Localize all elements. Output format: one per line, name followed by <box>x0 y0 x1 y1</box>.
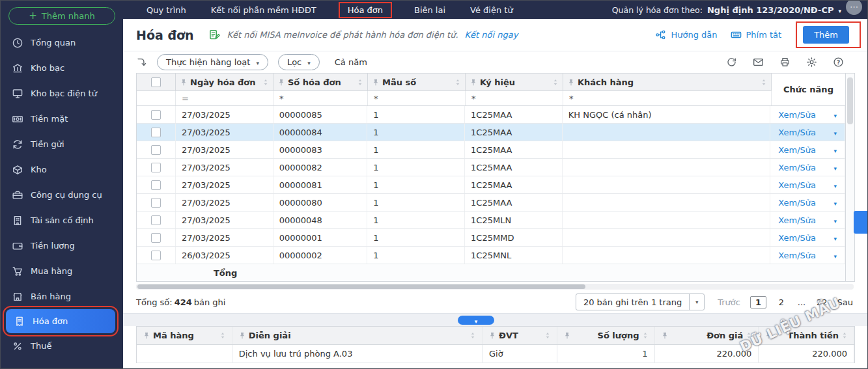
sidebar-item-mua-hang[interactable]: Mua hàng <box>1 258 123 284</box>
row-checkbox[interactable] <box>151 145 161 155</box>
view-edit-link[interactable]: Xem/Sửa <box>778 198 816 208</box>
row-checkbox[interactable] <box>151 128 161 137</box>
filter-dropdown[interactable]: Lọc <box>278 54 320 70</box>
detail-row[interactable]: Dịch vụ lưu trú phòng A.03Giờ1220.000220… <box>137 345 854 363</box>
view-edit-link[interactable]: Xem/Sửa <box>778 251 816 260</box>
sort-icon[interactable] <box>545 332 550 339</box>
sidebar-item-ban-hang[interactable]: Bán hàng <box>1 284 123 309</box>
filter-cell-invoice-number[interactable]: * <box>273 91 368 105</box>
mail-icon[interactable] <box>753 57 764 68</box>
more-options-button[interactable] <box>846 0 862 15</box>
help-icon[interactable]: ? <box>833 57 844 68</box>
dropdown-caret-icon[interactable] <box>833 110 837 120</box>
dropdown-caret-icon[interactable] <box>833 145 837 155</box>
detail-column-quantity[interactable]: Số lượng <box>557 327 655 344</box>
dropdown-caret-icon[interactable] <box>833 251 837 260</box>
sidebar-item-cong-cu-dung-cu[interactable]: Công cụ dụng cụ <box>1 182 123 208</box>
detail-column-description[interactable]: Diễn giải <box>232 327 483 344</box>
row-checkbox[interactable] <box>151 215 161 225</box>
row-checkbox[interactable] <box>151 180 161 190</box>
detail-column-unit-price[interactable]: Đơn giá <box>655 327 759 344</box>
invoice-row[interactable]: 27/03/20250000008411C25MAAXem/Sửa <box>137 124 845 141</box>
topnav-tab-ket-noi-phan-mem-hddt[interactable]: Kết nối phần mềm HĐĐT <box>210 3 318 17</box>
connect-now-link[interactable]: Kết nối ngay <box>465 30 518 40</box>
row-checkbox[interactable] <box>151 163 161 172</box>
sort-icon[interactable] <box>357 79 363 86</box>
side-panel-tab[interactable] <box>854 211 867 234</box>
sort-icon[interactable] <box>455 79 460 86</box>
detail-column-amount[interactable]: Thành tiền <box>759 327 854 344</box>
column-header-customer[interactable]: Khách hàng <box>563 74 772 90</box>
detail-column-unit[interactable]: ĐVT <box>483 327 557 344</box>
invoice-management-selector[interactable]: Quản lý hóa đơn theo: Nghị định 123/2020… <box>612 5 841 15</box>
topnav-tab-ve-dien-tu[interactable]: Vé điện tử <box>469 3 514 17</box>
filter-cell-customer[interactable]: * <box>563 91 772 105</box>
row-checkbox[interactable] <box>151 198 161 208</box>
sort-icon[interactable] <box>643 332 648 339</box>
prev-page-button[interactable]: Trước <box>718 297 740 307</box>
topnav-tab-quy-trinh[interactable]: Quy trình <box>145 3 188 17</box>
refresh-icon[interactable] <box>726 57 737 68</box>
shortcut-link[interactable]: Phím tắt <box>731 29 782 40</box>
dropdown-caret-icon[interactable] <box>833 215 837 225</box>
sidebar-item-tong-quan[interactable]: Tổng quan <box>1 30 123 55</box>
page-size-select[interactable]: 20 bản ghi trên 1 trang <box>576 294 705 310</box>
row-checkbox[interactable] <box>151 233 161 243</box>
column-header-serial[interactable]: Ký hiệu <box>466 74 563 90</box>
quick-add-button[interactable]: Thêm nhanh <box>8 7 115 25</box>
invoice-row[interactable]: 26/03/20250000000211C25MNLXem/Sửa <box>137 247 845 264</box>
sort-icon[interactable] <box>761 79 766 86</box>
detail-column-item-code[interactable]: Mã hàng <box>137 327 232 344</box>
page-22[interactable]: 22 <box>817 297 828 307</box>
sidebar-item-kho-bac[interactable]: Kho bạc <box>1 55 123 81</box>
dropdown-caret-icon[interactable] <box>833 163 837 172</box>
vertical-scrollbar[interactable] <box>846 73 855 282</box>
dropdown-caret-icon[interactable] <box>833 180 837 190</box>
invoice-row[interactable]: 27/03/20250000008311C25MAAXem/Sửa <box>137 141 845 159</box>
column-header-invoice-number[interactable]: Số hóa đơn <box>273 74 368 90</box>
sidebar-item-thue[interactable]: Thuế <box>1 333 123 359</box>
view-edit-link[interactable]: Xem/Sửa <box>778 180 816 190</box>
collapse-detail-button[interactable] <box>458 316 494 325</box>
filter-cell-serial[interactable]: * <box>466 91 563 105</box>
sidebar-item-tien-gui[interactable]: Tiền gửi <box>1 131 123 157</box>
dropdown-caret-icon[interactable] <box>833 233 837 243</box>
invoice-row[interactable]: 27/03/20250000008211C25MAAXem/Sửa <box>137 159 845 176</box>
sort-icon[interactable] <box>842 332 847 339</box>
view-edit-link[interactable]: Xem/Sửa <box>778 110 816 120</box>
sidebar-item-kho-bac-dien-tu[interactable]: Kho bạc điện tử <box>1 81 123 106</box>
view-edit-link[interactable]: Xem/Sửa <box>778 128 816 137</box>
batch-sort-icon[interactable] <box>136 57 147 68</box>
page-1[interactable]: 1 <box>750 296 766 308</box>
select-all-checkbox[interactable] <box>151 77 161 87</box>
dropdown-caret-icon[interactable] <box>833 128 837 137</box>
filter-cell-form-number[interactable]: * <box>368 91 466 105</box>
filter-cell-invoice-date[interactable]: = <box>176 91 273 105</box>
gear-icon[interactable] <box>806 57 817 68</box>
batch-actions-dropdown[interactable]: Thực hiện hàng loạt <box>157 54 268 70</box>
print-icon[interactable] <box>779 57 791 68</box>
view-edit-link[interactable]: Xem/Sửa <box>778 215 816 225</box>
sort-icon[interactable] <box>746 332 751 339</box>
page-ellipsis[interactable]: ... <box>796 297 807 307</box>
sidebar-item-kho[interactable]: Kho <box>1 157 123 182</box>
sort-icon[interactable] <box>263 79 268 86</box>
invoice-row[interactable]: 27/03/20250000004811C25MLNXem/Sửa <box>137 212 845 229</box>
dropdown-caret-icon[interactable] <box>833 198 837 208</box>
sort-icon[interactable] <box>220 332 225 339</box>
invoice-row[interactable]: 27/03/20250000008111C25MAAXem/Sửa <box>137 176 845 194</box>
sort-icon[interactable] <box>470 332 475 339</box>
add-button[interactable]: Thêm <box>803 26 849 44</box>
column-header-form-number[interactable]: Mẫu số <box>368 74 466 90</box>
help-guide-link[interactable]: Hướng dẫn <box>655 29 717 40</box>
row-checkbox[interactable] <box>151 110 161 120</box>
invoice-row[interactable]: 27/03/20250000008511C25MAAKH NGỌC (cá nh… <box>137 106 845 124</box>
horizontal-scrollbar[interactable] <box>123 282 867 291</box>
next-page-button[interactable]: Sau <box>837 297 853 307</box>
row-checkbox[interactable] <box>151 251 161 260</box>
invoice-row[interactable]: 27/03/20250000000111C25MMDXem/Sửa <box>137 229 845 247</box>
view-edit-link[interactable]: Xem/Sửa <box>778 145 816 155</box>
sidebar-item-tien-luong[interactable]: Tiền lương <box>1 233 123 258</box>
view-edit-link[interactable]: Xem/Sửa <box>778 233 816 243</box>
horizontal-scrollbar-thumb[interactable] <box>137 284 585 289</box>
